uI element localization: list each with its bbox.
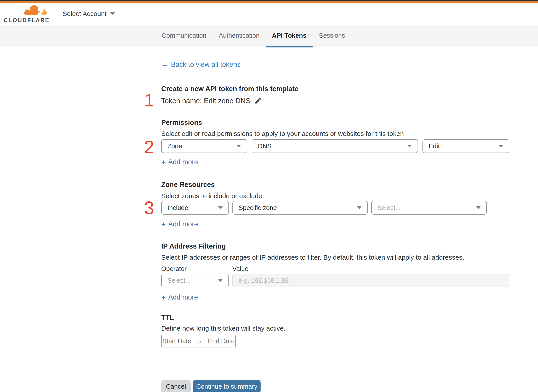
section-description: Define how long this token will stay act… — [161, 324, 509, 332]
ip-filtering-section: IP Address Filtering Select IP addresses… — [161, 242, 509, 302]
footer-divider — [161, 373, 509, 373]
add-more-label: Add more — [168, 158, 198, 166]
ip-value-input[interactable] — [232, 274, 509, 287]
ip-filtering-add-more-link[interactable]: + Add more — [161, 293, 198, 301]
cloudflare-logo[interactable]: CLOUDFLARE — [7, 5, 50, 23]
zone-resources-add-more-link[interactable]: + Add more — [161, 220, 198, 228]
permissions-section: 2 Permissions Select edit or read permis… — [161, 119, 509, 167]
select-value: DNS — [258, 143, 271, 150]
chevron-down-icon — [237, 145, 241, 147]
select-placeholder: Select... — [168, 277, 191, 284]
step-number-1: 1 — [137, 91, 154, 109]
select-value: Zone — [168, 143, 182, 150]
step-number-2: 2 — [137, 138, 154, 156]
back-link-label: Back to view all tokens — [171, 61, 241, 69]
account-selector[interactable]: Select Account — [63, 10, 115, 18]
chevron-down-icon — [499, 145, 503, 147]
end-date-label: End Date — [208, 337, 235, 345]
cancel-button[interactable]: Cancel — [161, 380, 191, 392]
tab-api-tokens[interactable]: API Tokens — [266, 25, 313, 47]
edit-pencil-icon[interactable] — [254, 97, 262, 104]
permission-scope-select[interactable]: Zone — [161, 139, 247, 153]
chevron-down-icon — [218, 279, 223, 282]
section-description: Select edit or read permissions to apply… — [161, 130, 509, 138]
ttl-date-range-picker[interactable]: Start Date → End Date — [161, 335, 236, 347]
brand-accent-bar — [0, 1, 538, 3]
back-arrow-icon: ← — [161, 61, 168, 69]
section-heading: TTL — [161, 314, 509, 322]
token-name-value: Token name: Edit zone DNS — [161, 96, 250, 106]
section-heading: IP Address Filtering — [161, 242, 509, 250]
permission-group-select[interactable]: DNS — [252, 139, 418, 153]
cloudflare-logo-text: CLOUDFLARE — [4, 18, 50, 23]
section-heading: Zone Resources — [161, 181, 509, 189]
zone-resources-section: 3 Zone Resources Select zones to include… — [161, 181, 509, 229]
profile-tabbar: Communication Authentication API Tokens … — [0, 25, 538, 47]
create-token-form: ← Back to view all tokens 1 Create a new… — [161, 61, 509, 392]
continue-to-summary-button[interactable]: Continue to summary — [193, 380, 261, 392]
arrow-right-icon: → — [196, 337, 203, 345]
tab-sessions[interactable]: Sessions — [313, 25, 351, 47]
zone-include-select[interactable]: Include — [161, 201, 229, 215]
cloudflare-cloud-icon — [20, 5, 50, 17]
tab-communication[interactable]: Communication — [155, 25, 212, 47]
app-header: CLOUDFLARE Select Account — [0, 3, 538, 25]
value-label: Value — [232, 265, 248, 273]
select-placeholder: Select... — [377, 204, 401, 211]
select-value: Include — [168, 204, 188, 211]
step-number-3: 3 — [137, 199, 154, 217]
footer-actions: Cancel Continue to summary — [161, 380, 509, 392]
select-value: Specific zone — [239, 204, 277, 211]
chevron-down-icon — [357, 206, 361, 209]
add-more-label: Add more — [168, 293, 198, 301]
section-description: Select zones to include or exclude. — [161, 192, 509, 200]
account-selector-label: Select Account — [63, 10, 107, 18]
zone-type-select[interactable]: Specific zone — [232, 201, 368, 215]
chevron-down-icon — [218, 206, 223, 209]
permissions-add-more-link[interactable]: + Add more — [161, 158, 198, 166]
back-to-tokens-link[interactable]: ← Back to view all tokens — [161, 61, 241, 69]
select-value: Edit — [429, 143, 440, 150]
plus-icon: + — [161, 294, 166, 301]
zone-picker-select[interactable]: Select... — [371, 201, 487, 215]
tab-authentication[interactable]: Authentication — [212, 25, 266, 47]
section-description: Select IP addresses or ranges of IP addr… — [161, 253, 509, 261]
ip-operator-select[interactable]: Select... — [161, 274, 229, 287]
plus-icon: + — [161, 220, 166, 228]
ttl-section: TTL Define how long this token will stay… — [161, 314, 509, 347]
token-name-section: 1 Create a new API token from this templ… — [161, 85, 509, 106]
chevron-down-icon — [407, 145, 412, 147]
chevron-down-icon — [110, 12, 115, 15]
section-heading: Permissions — [161, 119, 509, 127]
operator-label: Operator — [161, 265, 232, 273]
start-date-label: Start Date — [162, 337, 191, 345]
chevron-down-icon — [476, 206, 481, 209]
permission-access-select[interactable]: Edit — [422, 139, 509, 153]
section-heading: Create a new API token from this templat… — [161, 85, 509, 93]
add-more-label: Add more — [168, 220, 198, 228]
plus-icon: + — [161, 158, 166, 166]
